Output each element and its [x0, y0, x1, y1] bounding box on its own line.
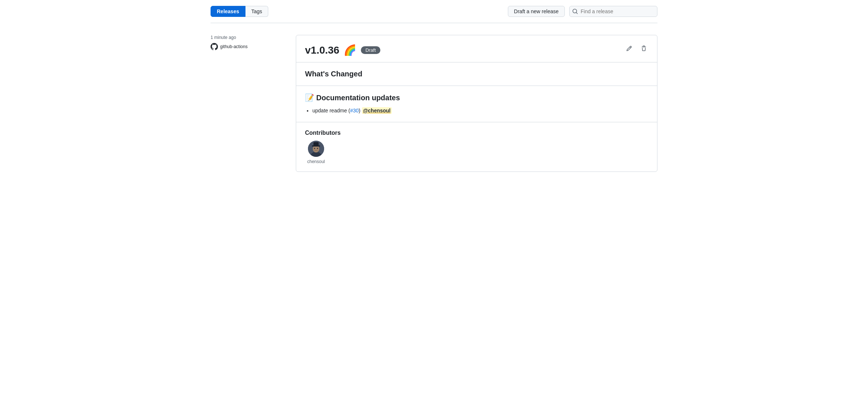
- main-content: 1 minute ago github-actions v1.0.36 🌈 Dr…: [211, 23, 657, 184]
- release-card-header: v1.0.36 🌈 Draft: [296, 35, 657, 62]
- svg-point-6: [314, 148, 315, 149]
- release-time: 1 minute ago: [211, 35, 284, 40]
- change-author: @chensoul: [362, 107, 392, 114]
- release-sidebar: 1 minute ago github-actions: [211, 35, 284, 172]
- contributors-title: Contributors: [305, 130, 648, 136]
- delete-icon: [641, 46, 647, 51]
- tab-releases[interactable]: Releases: [211, 6, 245, 17]
- release-author: github-actions: [211, 43, 284, 50]
- release-card: v1.0.36 🌈 Draft: [296, 35, 657, 172]
- whats-changed-title: What's Changed: [305, 70, 648, 78]
- github-actions-icon: [211, 43, 218, 50]
- change-list: update readme (#30) @chensoul: [305, 107, 648, 115]
- find-release-input[interactable]: [569, 6, 657, 17]
- contributor-name: chensoul: [307, 159, 325, 164]
- svg-rect-5: [313, 142, 319, 146]
- draft-badge: Draft: [361, 46, 380, 54]
- draft-new-release-button[interactable]: Draft a new release: [508, 6, 565, 17]
- change-text-before: update readme (: [312, 108, 350, 113]
- edit-icon: [626, 46, 632, 51]
- svg-point-7: [317, 148, 318, 149]
- releases-header: Releases Tags Draft a new release: [211, 0, 657, 23]
- doc-updates-section: 📝 Documentation updates update readme (#…: [296, 86, 657, 122]
- tab-tags[interactable]: Tags: [245, 6, 269, 17]
- avatar: [308, 141, 324, 157]
- doc-updates-title: 📝 Documentation updates: [305, 93, 648, 102]
- header-actions: Draft a new release: [508, 6, 657, 17]
- list-item: update readme (#30) @chensoul: [312, 107, 648, 115]
- contributor-avatar-svg: [308, 141, 324, 157]
- tabs-group: Releases Tags: [211, 6, 268, 17]
- release-card-actions: [625, 44, 648, 53]
- change-pr-link[interactable]: #30: [350, 108, 359, 113]
- find-release-wrapper: [569, 6, 657, 17]
- release-version: v1.0.36: [305, 44, 339, 56]
- edit-release-button[interactable]: [625, 44, 634, 53]
- contributors-section: Contributors: [296, 122, 657, 172]
- change-text-after: ): [359, 108, 362, 113]
- release-author-name: github-actions: [220, 44, 248, 49]
- release-emoji: 🌈: [344, 44, 356, 56]
- delete-release-button[interactable]: [639, 44, 648, 53]
- release-title-row: v1.0.36 🌈 Draft: [305, 44, 380, 56]
- contributor-item: chensoul: [305, 141, 327, 164]
- whats-changed-section: What's Changed: [296, 62, 657, 86]
